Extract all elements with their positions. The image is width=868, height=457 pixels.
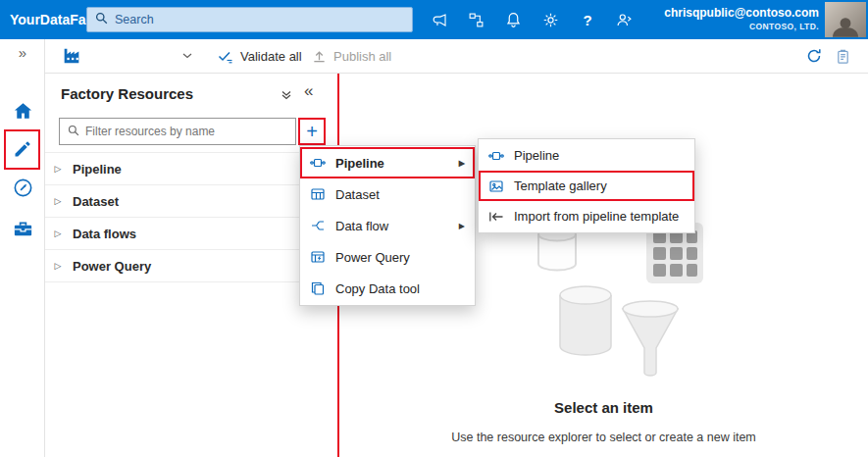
search-input[interactable] <box>115 13 404 26</box>
power-query-icon <box>310 249 326 265</box>
validate-all-label: Validate all <box>240 49 302 64</box>
chevron-right-icon: ▷ <box>53 164 63 174</box>
gear-icon[interactable] <box>537 7 563 32</box>
resource-tree: ▷ Pipeline ▷ Dataset ▷ Data flows ▷ Powe… <box>45 152 337 282</box>
menu-item-label: Pipeline <box>514 148 559 163</box>
submenu-item-template-gallery[interactable]: Template gallery <box>479 171 694 201</box>
avatar[interactable] <box>825 2 866 37</box>
menu-item-pipeline[interactable]: Pipeline ▶ <box>300 147 475 178</box>
menu-item-label: Power Query <box>335 250 410 265</box>
global-search[interactable] <box>86 7 413 32</box>
nav-author[interactable] <box>4 129 40 170</box>
upload-icon <box>312 49 327 64</box>
menu-item-copy-data-tool[interactable]: Copy Data tool <box>300 273 475 304</box>
tree-item-label: Pipeline <box>73 162 122 177</box>
add-resource-context-menu: Pipeline ▶ Dataset Data flow ▶ Power Que… <box>299 145 476 306</box>
factory-button[interactable] <box>61 39 82 73</box>
publish-all-label: Publish all <box>333 49 391 64</box>
help-icon[interactable]: ? <box>575 7 600 32</box>
data-flow-icon <box>310 218 326 233</box>
menu-item-label: Template gallery <box>514 178 607 193</box>
submenu-item-pipeline[interactable]: Pipeline <box>479 140 694 171</box>
user-organization: CONTOSO, LTD. <box>664 22 819 31</box>
panel-title: Factory Resources <box>61 85 193 102</box>
menu-item-label: Data flow <box>335 219 388 233</box>
refresh-icon[interactable] <box>806 39 822 73</box>
filter-resources-field[interactable] <box>59 118 296 145</box>
flowchart-icon[interactable] <box>464 7 489 32</box>
clipboard-icon[interactable] <box>836 39 850 73</box>
menu-item-label: Copy Data tool <box>335 281 420 296</box>
pencil-icon <box>12 139 32 160</box>
search-icon <box>95 12 108 27</box>
data-factory-window: YourDataFactory ? <box>0 0 868 457</box>
tree-item-label: Power Query <box>73 259 151 274</box>
pipeline-icon <box>488 148 504 164</box>
menu-item-label: Pipeline <box>335 156 384 171</box>
bell-icon[interactable] <box>501 7 527 32</box>
search-icon <box>68 125 79 139</box>
person-silhouette-icon <box>833 18 858 37</box>
submenu-arrow-icon: ▶ <box>459 222 465 230</box>
collapse-panel-icon[interactable]: « <box>304 81 313 101</box>
gauge-icon <box>12 177 34 199</box>
pipeline-icon <box>310 155 326 171</box>
person-switch-icon[interactable] <box>612 7 638 32</box>
submenu-arrow-icon: ▶ <box>459 159 465 168</box>
factory-icon <box>61 45 82 67</box>
empty-state-subtitle: Use the resource explorer to select or c… <box>339 431 868 444</box>
account-info[interactable]: chrisqpublic@contoso.com CONTOSO, LTD. <box>664 6 819 31</box>
nav-manage[interactable] <box>0 218 45 240</box>
topbar-icon-group: ? <box>417 0 647 39</box>
top-bar: YourDataFactory ? <box>0 0 868 39</box>
nav-home[interactable] <box>0 100 45 123</box>
canvas-toolbar: Validate all Publish all <box>45 39 868 74</box>
empty-state-title: Select an item <box>339 399 868 416</box>
tree-item-dataset[interactable]: ▷ Dataset <box>45 185 337 218</box>
home-icon <box>12 100 34 123</box>
copy-data-icon <box>310 280 326 296</box>
validate-check-icon <box>218 48 233 64</box>
menu-item-data-flow[interactable]: Data flow ▶ <box>300 210 475 241</box>
tree-item-label: Data flows <box>73 227 136 241</box>
tree-item-pipeline[interactable]: ▷ Pipeline <box>45 153 337 185</box>
chevron-right-icon: ▷ <box>53 196 63 206</box>
left-nav-rail: » <box>0 39 45 457</box>
dataset-icon <box>310 186 326 202</box>
filter-resources-input[interactable] <box>85 125 287 138</box>
submenu-item-import-template[interactable]: Import from pipeline template <box>479 201 694 231</box>
add-resource-button[interactable]: + <box>298 118 326 145</box>
chevron-right-icon: ▷ <box>53 228 63 238</box>
user-email: chrisqpublic@contoso.com <box>664 6 819 20</box>
import-icon <box>488 209 504 225</box>
factory-resources-panel: Factory Resources « + ▷ Pipeline ▷ Datas… <box>45 74 337 457</box>
menu-item-power-query[interactable]: Power Query <box>300 241 475 273</box>
chevron-down-icon[interactable] <box>182 39 192 73</box>
menu-item-dataset[interactable]: Dataset <box>300 178 475 210</box>
chevron-right-icon: ▷ <box>53 261 63 271</box>
tree-item-label: Dataset <box>73 194 119 209</box>
tree-item-power-query[interactable]: ▷ Power Query <box>45 250 337 282</box>
template-gallery-icon <box>488 178 504 194</box>
empty-state-illustration <box>501 211 712 392</box>
collapse-all-icon[interactable] <box>281 89 292 104</box>
validate-all-button[interactable]: Validate all <box>218 39 302 73</box>
menu-item-label: Dataset <box>335 187 380 202</box>
pipeline-submenu: Pipeline Template gallery Import from pi… <box>478 138 695 233</box>
expand-rail-icon[interactable]: » <box>0 44 45 61</box>
menu-item-label: Import from pipeline template <box>514 209 679 224</box>
toolbox-icon <box>12 218 34 240</box>
megaphone-icon[interactable] <box>427 7 452 32</box>
nav-monitor[interactable] <box>0 177 45 199</box>
publish-all-button[interactable]: Publish all <box>312 39 391 73</box>
tree-item-data-flows[interactable]: ▷ Data flows <box>45 218 337 250</box>
